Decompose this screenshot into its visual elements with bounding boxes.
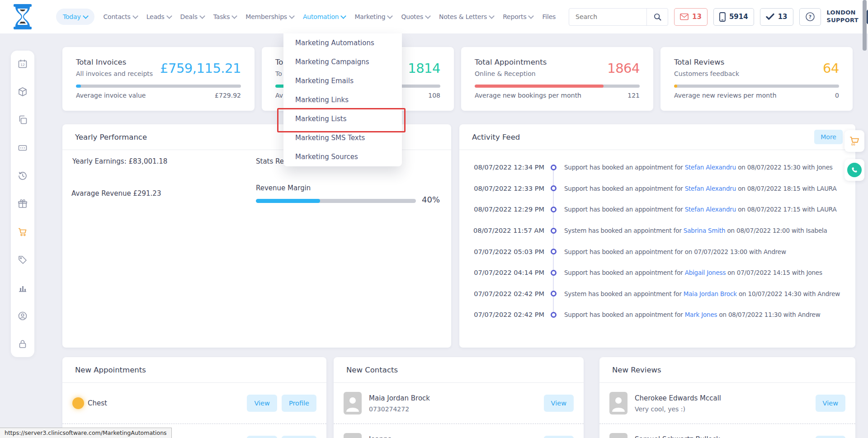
contact-link[interactable]: Abigail Joness (685, 269, 726, 276)
nav-item-label: Today (63, 13, 81, 20)
stat-card-subtitle: All invoices and receipts (76, 70, 153, 77)
dropdown-menu-item[interactable]: Marketing Campaigns (283, 52, 402, 71)
view-button[interactable]: View (247, 395, 277, 412)
chevron-down-icon (231, 13, 237, 19)
view-button[interactable]: View (544, 436, 574, 438)
view-button[interactable]: View (544, 395, 574, 412)
stat-card-value: 64 (823, 61, 839, 76)
calendar-icon[interactable]: 12 (18, 59, 28, 69)
app-logo[interactable] (11, 4, 34, 30)
nav-item[interactable]: Leads (146, 13, 171, 20)
timeline-marker-icon (551, 207, 557, 212)
support-icon[interactable] (18, 311, 28, 321)
nav-item-label: Leads (146, 13, 165, 20)
stat-card-progress-fill (475, 85, 604, 88)
nav-item[interactable]: Notes & Letters (439, 13, 494, 20)
panel-title: New Appointments (75, 366, 146, 374)
dropdown-menu-item[interactable]: Marketing Emails (283, 71, 402, 90)
mail-icon (680, 13, 689, 20)
stat-card-subtitle: Customers feedback (674, 70, 739, 77)
cart-widget-button[interactable]: 66 (844, 130, 864, 152)
help-button[interactable]: ? (799, 8, 821, 26)
svg-text:?: ? (808, 14, 811, 20)
nav-item[interactable]: Files (542, 13, 562, 20)
stat-card-bottom-value: 108 (428, 92, 440, 99)
revenue-margin-fill (256, 199, 320, 203)
phone-badge[interactable]: 5914 (713, 8, 754, 26)
contact-link[interactable]: Mark Jones (685, 311, 717, 318)
mail-badge[interactable]: 13 (674, 8, 708, 26)
activity-feed-list: 08/07/2022 12:34 PM Support has booked a… (459, 150, 855, 348)
gift-icon[interactable] (18, 199, 28, 209)
activity-feed-row: 08/07/2022 11:57 AM System has booked an… (459, 220, 855, 241)
status-url-tooltip: https://server3.clinicsoftware.com/Marke… (0, 428, 172, 438)
package-icon[interactable] (18, 87, 28, 97)
phone-widget-button[interactable] (844, 159, 864, 181)
svg-text:66: 66 (851, 142, 855, 146)
view-button[interactable]: View (816, 395, 845, 412)
profile-button[interactable]: Profile (282, 436, 316, 438)
nav-item[interactable]: Tasks (213, 13, 237, 20)
dropdown-menu-item[interactable]: Marketing Sources (283, 147, 402, 166)
dropdown-menu-item[interactable]: Marketing Links (283, 90, 402, 109)
help-icon: ? (805, 12, 815, 22)
dropdown-menu-item[interactable]: Marketing Automations (283, 33, 402, 52)
left-toolbar: 12 (11, 51, 34, 357)
chevron-down-icon (289, 13, 295, 19)
timeline-marker-icon (551, 249, 557, 254)
chevron-down-icon (489, 13, 495, 19)
revenue-margin-bar (256, 199, 416, 203)
nav-item[interactable]: Deals (180, 13, 204, 20)
more-button[interactable]: More (814, 130, 843, 144)
dropdown-menu-item[interactable]: Marketing Lists (283, 109, 402, 128)
stat-card-progressbar (76, 85, 241, 88)
nav-item[interactable]: Memberships (245, 13, 294, 20)
contact-link[interactable]: Stefan Alexandru (685, 206, 736, 213)
stat-card-value: 1814 (408, 61, 440, 76)
yearly-earnings: Yearly Earnings: £83,001.18 (72, 157, 167, 165)
nav-item[interactable]: Marketing (354, 13, 392, 20)
profile-button[interactable]: Profile (282, 395, 316, 412)
contact-link[interactable]: Stefan Alexandru (685, 185, 736, 192)
nav-item[interactable]: Automation (303, 13, 346, 20)
activity-timestamp: 07/07/2022 02:42 PM (472, 290, 544, 297)
tag-icon[interactable] (18, 255, 28, 265)
view-button[interactable]: View (816, 436, 845, 438)
activity-feed-row: 08/07/2022 12:33 PM Support has booked a… (459, 178, 855, 199)
activity-timestamp: 08/07/2022 11:57 AM (472, 227, 544, 234)
activity-text: System has booked an appointment for Sab… (564, 227, 827, 234)
logo-top-bar (14, 4, 32, 7)
history-icon[interactable] (18, 171, 28, 181)
contact-link[interactable]: Maia Jordan Brock (684, 290, 737, 297)
contact-link[interactable]: Stefan Alexandru (685, 164, 736, 171)
nav-item[interactable]: Today (56, 9, 94, 25)
contact-row: Joanna 07858587777 View (334, 424, 584, 438)
activity-feed-panel: Activity Feed More 08/07/2022 12:34 PM S… (459, 124, 855, 348)
view-button[interactable]: View (247, 436, 277, 438)
lock-icon[interactable] (18, 339, 28, 349)
chevron-down-icon (528, 13, 534, 19)
timeline-marker-icon (551, 312, 557, 318)
search-input[interactable] (569, 13, 646, 20)
review-row: Samuel Schwartz Bullock Nice View (599, 424, 855, 438)
activity-text: Support has booked an appointment for Ab… (564, 269, 822, 276)
nav-item[interactable]: Reports (503, 13, 533, 20)
chart-icon[interactable] (18, 283, 28, 293)
nav-item-label: Contacts (104, 13, 131, 20)
timeline-marker-icon (551, 270, 557, 276)
panel-title: New Contacts (346, 366, 398, 374)
cart-icon[interactable] (18, 227, 28, 237)
search-box (569, 8, 668, 26)
scrollbar-thumb[interactable] (863, 0, 867, 51)
dropdown-menu-item[interactable]: Marketing SMS Texts (283, 128, 402, 147)
main-nav: Today Contacts Leads Deals Tasks (56, 9, 562, 25)
tasks-badge[interactable]: 13 (760, 8, 793, 26)
nav-item[interactable]: Quotes (401, 13, 430, 20)
contact-link[interactable]: Sabrina Smith (684, 227, 726, 234)
search-button[interactable] (646, 9, 668, 25)
voucher-icon[interactable] (18, 143, 28, 153)
contact-name: Joanna (369, 435, 413, 438)
copy-icon[interactable] (18, 115, 28, 125)
avatar-placeholder (344, 392, 362, 414)
nav-item[interactable]: Contacts (104, 13, 137, 20)
